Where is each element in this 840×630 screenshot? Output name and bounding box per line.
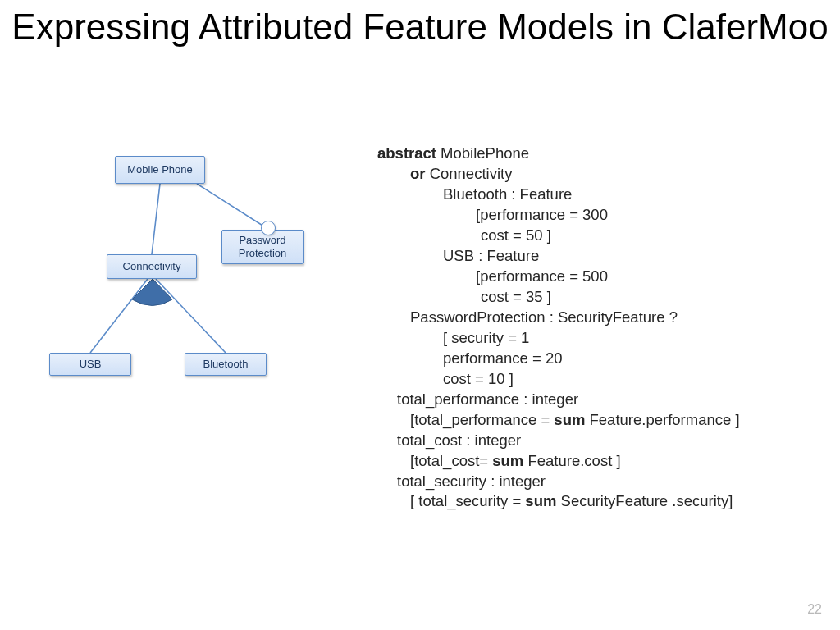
code-text: PasswordProtection : SecurityFeature ? [377,308,820,328]
node-connectivity: Connectivity [107,254,197,279]
kw-or: or [410,165,426,182]
node-usb: USB [49,353,131,376]
code-text: cost = 10 ] [377,369,820,390]
svg-line-0 [152,184,160,254]
code-text: Connectivity [426,165,513,182]
kw-sum: sum [554,411,585,428]
svg-line-1 [197,184,267,228]
code-text: [total_performance = [410,411,554,428]
code-text: [ security = 1 [377,328,820,349]
svg-line-2 [90,279,148,353]
code-text: total_performance : integer [377,390,820,410]
kw-sum: sum [492,452,523,469]
page-number: 22 [807,602,822,617]
code-text: Feature.cost ] [523,452,620,469]
kw-sum: sum [525,492,556,509]
node-bluetooth: Bluetooth [185,353,267,376]
code-text: Feature.performance ] [585,411,739,428]
code-text: [ total_security = [410,492,525,509]
code-text: [total_cost= [410,452,492,469]
clafer-code: abstract MobilePhone or Connectivity Blu… [377,144,820,512]
code-text: cost = 35 ] [377,287,820,308]
feature-diagram: Mobile Phone Connectivity Password Prote… [33,148,361,394]
code-text: Bluetooth : Feature [377,185,820,205]
node-password-protection: Password Protection [221,230,304,264]
code-text: total_cost : integer [377,431,820,451]
code-text: USB : Feature [377,246,820,267]
code-text: cost = 50 ] [377,226,820,246]
svg-line-3 [156,279,226,353]
node-mobile-phone: Mobile Phone [115,156,205,184]
slide: Expressing Attributed Feature Models in … [0,0,840,630]
code-text: [performance = 300 [377,205,820,226]
code-text: performance = 20 [377,349,820,369]
code-text: [performance = 500 [377,267,820,287]
kw-abstract: abstract [377,144,436,162]
code-text: SecurityFeature .security] [556,492,733,509]
code-text: MobilePhone [436,144,529,162]
optional-feature-icon [261,221,276,235]
slide-title: Expressing Attributed Feature Models in … [0,7,840,48]
code-text: total_security : integer [377,472,820,492]
